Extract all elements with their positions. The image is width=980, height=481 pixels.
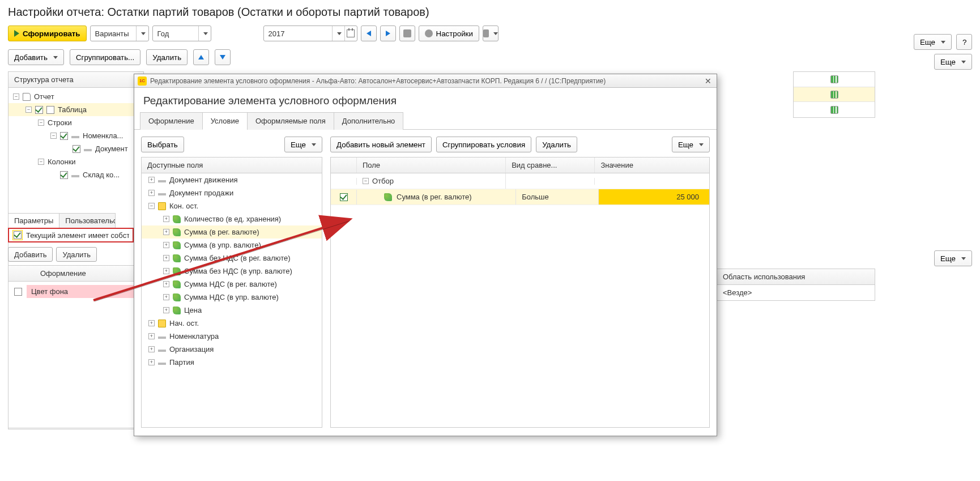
expand-icon[interactable]: +: [148, 333, 155, 339]
expand-icon[interactable]: +: [163, 281, 169, 287]
chart-row[interactable]: [794, 102, 875, 117]
nav-prev-button[interactable]: [361, 25, 377, 41]
expand-icon[interactable]: +: [163, 268, 169, 274]
bg-delete-button[interactable]: Удалить: [56, 247, 97, 262]
expand-icon[interactable]: −: [25, 107, 32, 113]
more-button-2[interactable]: Еще: [934, 54, 972, 70]
available-field-item[interactable]: +Сумма без НДС (в рег. валюте): [142, 252, 322, 265]
dialog-tab-condition[interactable]: Условие: [202, 112, 248, 130]
available-field-item[interactable]: +Организация: [142, 343, 322, 356]
available-field-item[interactable]: +Сумма (в рег. валюте): [142, 225, 322, 239]
structure-item[interactable]: −Строки: [8, 116, 143, 129]
expand-icon[interactable]: +: [163, 229, 169, 235]
delete-condition-button[interactable]: Удалить: [536, 137, 577, 152]
available-field-item[interactable]: +Партия: [142, 356, 322, 369]
structure-checkbox[interactable]: [73, 145, 80, 153]
structure-item-label: Колонки: [48, 158, 76, 166]
expand-icon[interactable]: +: [148, 320, 155, 326]
dialog-tab-formatting[interactable]: Оформление: [140, 112, 203, 130]
expand-icon[interactable]: +: [148, 346, 155, 352]
expand-icon[interactable]: +: [163, 242, 169, 248]
available-field-item[interactable]: +Документ продажи: [142, 186, 322, 199]
right-more-button[interactable]: Еще: [672, 137, 710, 152]
expand-icon[interactable]: +: [148, 359, 155, 365]
settings-button[interactable]: Настройки: [419, 25, 479, 41]
expand-icon[interactable]: −: [148, 203, 155, 209]
available-field-item[interactable]: +Сумма без НДС (в упр. валюте): [142, 265, 322, 278]
structure-item[interactable]: Склад ко...: [8, 168, 143, 181]
structure-item[interactable]: −Номенкла...: [8, 129, 143, 142]
move-up-button[interactable]: [193, 49, 209, 65]
expand-icon[interactable]: −: [50, 133, 57, 139]
left-more-button[interactable]: Еще: [284, 137, 322, 152]
more-button-3[interactable]: Еще: [934, 250, 972, 266]
expand-icon[interactable]: +: [148, 190, 155, 196]
structure-item[interactable]: Документ: [8, 142, 143, 155]
structure-checkbox[interactable]: [60, 132, 68, 140]
expand-icon[interactable]: +: [163, 216, 169, 222]
generate-button[interactable]: Сформировать: [8, 25, 87, 41]
format-checkbox[interactable]: [14, 288, 22, 296]
structure-item[interactable]: −Таблица: [8, 103, 143, 116]
available-field-item[interactable]: +Цена: [142, 304, 322, 317]
available-field-item[interactable]: +Сумма НДС (в упр. валюте): [142, 291, 322, 304]
export-button[interactable]: [483, 25, 498, 41]
chart-row[interactable]: [794, 72, 875, 87]
tab-parameters[interactable]: Параметры: [8, 213, 59, 228]
available-fields-tree[interactable]: Доступные поля +Документ движения+Докуме…: [141, 157, 322, 428]
expand-icon[interactable]: −: [13, 93, 19, 100]
available-field-item[interactable]: +Номенклатура: [142, 330, 322, 343]
period-type-select[interactable]: Год: [152, 25, 211, 41]
dialog-tab-fields[interactable]: Оформляемые поля: [247, 112, 334, 130]
condition-row[interactable]: Сумма (в рег. валюте) Больше 25 000: [331, 189, 709, 205]
condition-checkbox[interactable]: [340, 193, 348, 201]
add-button[interactable]: Добавить: [8, 49, 64, 65]
structure-item[interactable]: −Отчет: [8, 90, 143, 103]
structure-item-label: Таблица: [58, 105, 87, 114]
structure-item[interactable]: −Колонки: [8, 155, 143, 168]
chevron-down-icon: [141, 32, 146, 35]
bg-add-button[interactable]: Добавить: [8, 247, 53, 262]
expand-icon[interactable]: −: [363, 178, 369, 184]
move-down-button[interactable]: [215, 49, 231, 65]
delete-button[interactable]: Удалить: [146, 49, 188, 65]
current-element-checkbox[interactable]: [14, 231, 22, 239]
col-compare: Вид сравне...: [506, 158, 595, 173]
more-button-1[interactable]: Еще: [914, 34, 952, 50]
group-conditions-button[interactable]: Сгруппировать условия: [436, 137, 531, 152]
available-field-item[interactable]: +Нач. ост.: [142, 317, 322, 330]
export-icon: [483, 29, 489, 37]
expand-icon[interactable]: +: [163, 294, 169, 300]
add-element-button[interactable]: Добавить новый элемент: [330, 137, 432, 152]
available-field-item[interactable]: +Сумма НДС (в рег. валюте): [142, 278, 322, 291]
chart-row[interactable]: [794, 87, 875, 103]
expand-icon[interactable]: −: [38, 159, 44, 165]
close-button[interactable]: ✕: [703, 76, 713, 86]
select-button[interactable]: Выбрать: [141, 137, 184, 152]
filter-root-row[interactable]: − Отбор: [331, 173, 709, 189]
conditions-grid[interactable]: Поле Вид сравне... Значение − Отбор: [330, 157, 710, 428]
expand-icon[interactable]: +: [148, 177, 155, 183]
usage-value[interactable]: <Везде>: [717, 285, 875, 300]
available-field-item[interactable]: +Количество (в ед. хранения): [142, 212, 322, 225]
available-field-item[interactable]: +Сумма (в упр. валюте): [142, 239, 322, 252]
tab-user[interactable]: Пользовательские: [59, 213, 116, 228]
structure-tree[interactable]: −Отчет−Таблица−Строки−Номенкла...Докумен…: [8, 88, 143, 184]
available-field-item[interactable]: +Документ движения: [142, 173, 322, 186]
available-field-item[interactable]: −Кон. ост.: [142, 199, 322, 212]
variants-select[interactable]: Варианты: [90, 25, 149, 41]
expand-icon[interactable]: +: [163, 255, 169, 261]
dialog-titlebar[interactable]: 1С Редактирование элемента условного офо…: [134, 74, 717, 88]
group-button[interactable]: Сгруппировать...: [70, 49, 140, 65]
expand-icon[interactable]: +: [163, 307, 169, 313]
dialog-tab-additional[interactable]: Дополнительно: [334, 112, 404, 130]
expand-icon[interactable]: −: [38, 120, 44, 126]
format-row[interactable]: Цвет фона: [8, 282, 143, 301]
help-button[interactable]: ?: [956, 34, 972, 50]
settings-label: Настройки: [436, 29, 473, 38]
report-button[interactable]: [399, 25, 415, 41]
period-value-select[interactable]: 2017: [263, 25, 357, 41]
structure-checkbox[interactable]: [35, 106, 43, 114]
structure-checkbox[interactable]: [60, 171, 68, 179]
nav-next-button[interactable]: [380, 25, 396, 41]
